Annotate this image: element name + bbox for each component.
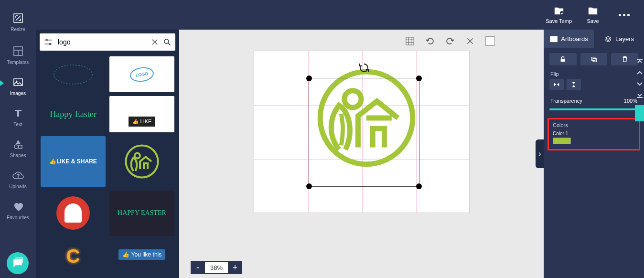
uploads-icon xyxy=(11,170,25,181)
chat-button[interactable] xyxy=(7,252,29,274)
flip-vertical-button[interactable] xyxy=(567,79,581,90)
asset-thumb[interactable]: HAPPY EASTER xyxy=(109,191,174,236)
search-icon[interactable] xyxy=(163,38,172,46)
panel-down-button[interactable] xyxy=(635,79,644,89)
right-panel: Artboards Layers Flip Transparency 100% … xyxy=(544,30,644,278)
undo-button[interactable] xyxy=(425,36,435,46)
shapes-icon xyxy=(11,139,25,150)
redo-button[interactable] xyxy=(445,36,455,46)
more-menu-button[interactable] xyxy=(614,14,634,16)
close-button[interactable] xyxy=(465,36,475,46)
top-bar: Save Temp Save xyxy=(0,0,644,30)
sidebar-item-resize[interactable]: Resize xyxy=(0,7,36,38)
panel-nav-arrows xyxy=(635,56,644,121)
panel-up-button[interactable] xyxy=(635,68,644,77)
zoom-control: - 38% + xyxy=(191,261,242,274)
flip-h-icon xyxy=(553,81,560,88)
heart-icon xyxy=(11,201,25,212)
tab-artboards[interactable]: Artboards xyxy=(544,30,594,48)
artboards-icon xyxy=(549,36,558,43)
panel-top-button[interactable] xyxy=(635,56,644,66)
panel-bottom-button[interactable] xyxy=(635,91,644,100)
sidebar-item-uploads[interactable]: Uploads xyxy=(0,164,36,195)
asset-thumb[interactable]: LOGO xyxy=(109,56,174,92)
search-row xyxy=(40,33,175,51)
svg-rect-22 xyxy=(406,37,413,45)
delete-button[interactable] xyxy=(611,53,638,65)
colors-header: Colors xyxy=(553,122,635,128)
resize-handle-bl[interactable] xyxy=(306,183,312,189)
svg-point-9 xyxy=(46,39,47,41)
artboard[interactable] xyxy=(254,51,470,213)
clear-search-icon[interactable] xyxy=(150,38,159,46)
left-sidebar: Resize Templates Images Text Shapes Uplo… xyxy=(0,30,36,278)
canvas-toolbar xyxy=(405,30,495,50)
duplicate-button[interactable] xyxy=(580,53,608,65)
sidebar-item-favourites[interactable]: Favourites xyxy=(0,195,36,226)
search-input[interactable] xyxy=(57,35,147,49)
svg-rect-33 xyxy=(592,57,595,61)
flip-label: Flip xyxy=(544,68,644,79)
asset-grid: LOGO Happy Easter 👍 LIKE 👍 LIKE & SHARE … xyxy=(36,54,179,278)
images-icon xyxy=(11,76,25,88)
flip-row xyxy=(544,79,644,94)
transparency-slider[interactable] xyxy=(549,108,638,110)
resize-handle-tr[interactable] xyxy=(416,75,422,81)
right-tabs: Artboards Layers xyxy=(544,30,644,48)
expand-right-button[interactable]: › xyxy=(536,139,544,168)
zoom-out-button[interactable]: - xyxy=(191,261,205,274)
save-temp-label: Save Temp xyxy=(546,18,572,24)
asset-thumb[interactable]: 👍 You like this xyxy=(109,240,174,273)
asset-thumb[interactable]: 👍 LIKE xyxy=(109,96,174,132)
grid-toggle-button[interactable] xyxy=(405,36,415,46)
svg-point-0 xyxy=(559,11,564,15)
folder-check-icon xyxy=(552,6,566,16)
save-button[interactable]: Save xyxy=(586,6,600,24)
svg-rect-32 xyxy=(561,59,565,62)
sidebar-item-templates[interactable]: Templates xyxy=(0,40,36,71)
flip-v-icon xyxy=(570,81,577,88)
rotate-handle[interactable] xyxy=(358,62,370,74)
tab-layers[interactable]: Layers xyxy=(594,30,644,48)
color1-swatch[interactable] xyxy=(553,138,571,144)
filter-icon[interactable] xyxy=(43,37,53,47)
resize-handle-tl[interactable] xyxy=(306,75,312,81)
background-color-swatch[interactable] xyxy=(485,36,495,46)
resize-icon xyxy=(11,12,25,24)
chat-icon xyxy=(11,257,24,269)
flip-horizontal-button[interactable] xyxy=(549,79,564,90)
svg-rect-34 xyxy=(593,58,596,62)
sidebar-item-text[interactable]: Text xyxy=(0,102,36,133)
svg-point-21 xyxy=(135,153,140,158)
folder-icon xyxy=(586,6,600,16)
svg-rect-8 xyxy=(19,145,22,149)
save-label: Save xyxy=(587,18,599,24)
asset-thumb[interactable]: 👍 LIKE & SHARE xyxy=(41,136,106,186)
zoom-value[interactable]: 38% xyxy=(205,261,228,274)
panel-accent-block[interactable] xyxy=(635,105,644,121)
action-row xyxy=(544,48,644,68)
asset-panel: LOGO Happy Easter 👍 LIKE 👍 LIKE & SHARE … xyxy=(36,30,179,278)
colors-section: Colors Color 1 xyxy=(547,118,640,150)
sidebar-item-images[interactable]: Images xyxy=(0,71,36,102)
trash-icon xyxy=(622,56,628,63)
sidebar-item-shapes[interactable]: Shapes xyxy=(0,133,36,164)
resize-handle-br[interactable] xyxy=(416,183,422,189)
selection-box[interactable] xyxy=(309,78,419,187)
zoom-in-button[interactable]: + xyxy=(228,261,242,274)
asset-thumb[interactable] xyxy=(41,191,106,236)
asset-thumb[interactable] xyxy=(41,56,106,92)
lock-button[interactable] xyxy=(549,53,577,65)
templates-icon xyxy=(11,45,25,57)
copy-icon xyxy=(590,56,597,63)
save-temp-button[interactable]: Save Temp xyxy=(546,6,572,24)
layers-icon xyxy=(604,36,612,43)
svg-point-19 xyxy=(54,65,92,84)
asset-thumb[interactable] xyxy=(109,136,174,186)
lock-icon xyxy=(559,56,566,63)
canvas-area: - 38% + › xyxy=(179,30,544,278)
transparency-label: Transparency xyxy=(550,98,582,104)
asset-thumb[interactable]: Happy Easter xyxy=(41,96,106,132)
svg-point-17 xyxy=(164,39,169,43)
asset-thumb[interactable]: C xyxy=(41,240,106,273)
